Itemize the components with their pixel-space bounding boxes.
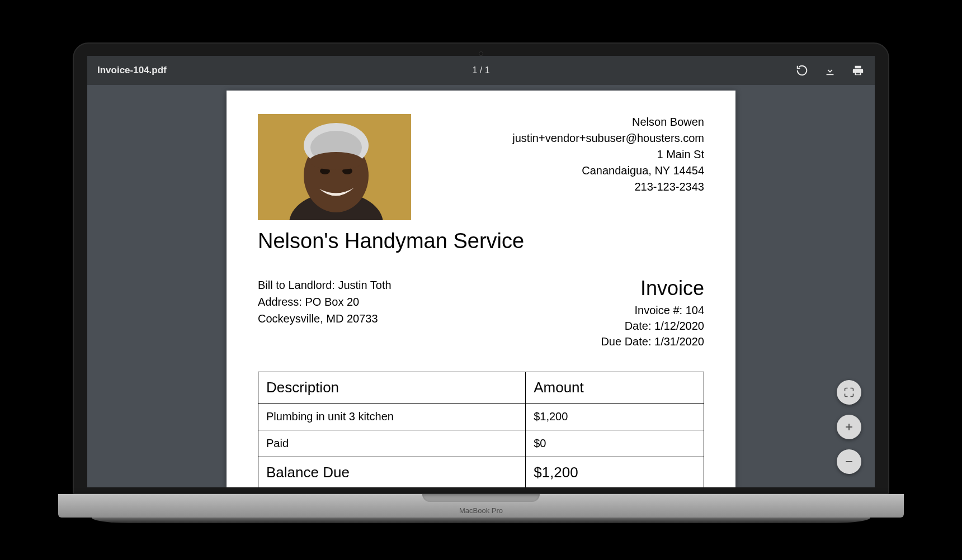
vendor-address-block: Nelson Bowen justin+vendor+subuser@houst… (512, 114, 704, 195)
vendor-photo (258, 114, 411, 220)
balance-amount: $1,200 (526, 457, 704, 488)
vendor-name: Nelson Bowen (512, 114, 704, 130)
balance-row: Balance Due $1,200 (258, 457, 704, 488)
page-indicator: 1 / 1 (472, 65, 489, 75)
svg-point-8 (309, 152, 363, 170)
col-header-amount: Amount (526, 372, 704, 404)
bill-to-line2: Address: PO Box 20 (258, 293, 392, 310)
invoice-meta-block: Invoice Invoice #: 104 Date: 1/12/2020 D… (601, 277, 704, 349)
document-filename: Invoice-104.pdf (97, 65, 167, 76)
invoice-number: Invoice #: 104 (601, 302, 704, 318)
cell-amount: $1,200 (526, 404, 704, 430)
rotate-icon[interactable] (795, 64, 809, 77)
invoice-due-date: Due Date: 1/31/2020 (601, 334, 704, 349)
vendor-city: Canandaigua, NY 14454 (512, 163, 704, 179)
bill-to-block: Bill to Landlord: Justin Toth Address: P… (258, 277, 392, 349)
cell-description: Paid (258, 430, 526, 457)
document-viewport[interactable]: Nelson Bowen justin+vendor+subuser@houst… (87, 85, 875, 487)
webcam (479, 51, 483, 56)
vendor-street: 1 Main St (512, 146, 704, 163)
bill-to-line1: Bill to Landlord: Justin Toth (258, 277, 392, 293)
viewer-toolbar: Invoice-104.pdf 1 / 1 (87, 56, 875, 85)
cell-description: Plumbing in unit 3 kitchen (258, 404, 526, 430)
bill-to-line3: Cockeysville, MD 20733 (258, 310, 392, 327)
device-label: MacBook Pro (459, 506, 503, 515)
zoom-in-button[interactable] (837, 415, 861, 439)
invoice-page: Nelson Bowen justin+vendor+subuser@houst… (227, 91, 735, 487)
cell-amount: $0 (526, 430, 704, 457)
fit-to-page-button[interactable] (837, 380, 861, 405)
zoom-out-button[interactable] (837, 449, 861, 474)
laptop-frame: Invoice-104.pdf 1 / 1 (73, 42, 889, 518)
col-header-description: Description (258, 372, 526, 404)
pdf-viewer: Invoice-104.pdf 1 / 1 (87, 56, 875, 487)
invoice-date: Date: 1/12/2020 (601, 318, 704, 334)
download-icon[interactable] (823, 64, 837, 77)
vendor-email: justin+vendor+subuser@housters.com (512, 130, 704, 146)
laptop-notch (422, 494, 540, 502)
invoice-title: Invoice (601, 277, 704, 300)
balance-label: Balance Due (258, 457, 526, 488)
print-icon[interactable] (851, 64, 865, 77)
company-name: Nelson's Handyman Service (258, 229, 704, 253)
screen-bezel: Invoice-104.pdf 1 / 1 (73, 42, 889, 494)
table-row: Plumbing in unit 3 kitchen $1,200 (258, 404, 704, 430)
laptop-base: MacBook Pro (58, 494, 904, 518)
table-row: Paid $0 (258, 430, 704, 457)
invoice-line-items-table: Description Amount Plumbing in unit 3 ki… (258, 372, 704, 487)
vendor-phone: 213-123-2343 (512, 179, 704, 195)
